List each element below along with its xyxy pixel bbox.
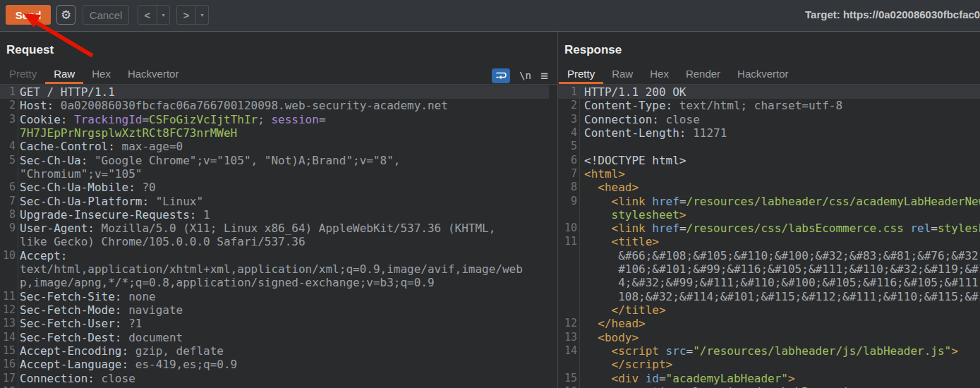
request-editor[interactable]: 1GET / HTTP/1.12Host: 0a020086030fbcfac0… <box>0 85 549 388</box>
line-number: 13 <box>558 331 577 344</box>
line-text: User-Agent: Mozilla/5.0 (X11; Linux x86_… <box>16 222 495 235</box>
line-number: 6 <box>558 154 577 167</box>
editor-row: 17Connection: close <box>0 372 549 385</box>
line-number: 5 <box>558 140 577 153</box>
editor-row: 3Connection: close <box>558 113 980 126</box>
tab-raw[interactable]: Raw <box>603 65 641 84</box>
line-number <box>558 208 577 222</box>
line-number: 6 <box>0 181 16 194</box>
target-url-label: Target: https://0a020086030fbcfac06a7667… <box>805 8 980 20</box>
tab-render[interactable]: Render <box>677 65 729 84</box>
gear-icon: ⚙ <box>61 8 71 22</box>
toolbar: Send ⚙ Cancel < ▾ > ▾ Target: https://0a… <box>0 0 980 32</box>
line-number: 18 <box>0 385 16 388</box>
line-number: 8 <box>558 181 577 194</box>
line-text: Sec-Ch-Ua-Mobile: ?0 <box>16 181 156 194</box>
editor-row: 7Sec-Ch-Ua-Platform: "Linux" <box>0 195 549 208</box>
tab-hex[interactable]: Hex <box>641 65 677 84</box>
editor-row: 10Accept: <box>0 249 549 262</box>
editor-row: 18 <box>0 385 549 388</box>
editor-row: text/html,application/xhtml+xml,applicat… <box>0 262 549 276</box>
line-text: <head> <box>577 181 639 194</box>
line-text: "Chromium";v="105" <box>16 167 142 181</box>
gutter-separator <box>579 85 580 388</box>
line-number <box>558 249 577 262</box>
line-text: <link href=/resources/css/labsEcommerce.… <box>577 222 980 235</box>
back-dropdown-icon[interactable]: ▾ <box>157 6 169 24</box>
settings-gear-button[interactable]: ⚙ <box>56 5 75 25</box>
line-text: Sec-Fetch-Mode: navigate <box>16 303 183 317</box>
line-text: </script> <box>577 358 672 371</box>
line-number: 5 <box>0 154 16 167</box>
editor-row: 14Sec-Fetch-Dest: document <box>0 331 549 344</box>
line-text: <body> <box>577 331 639 344</box>
editor-row: p,image/apng,*/*;q=0.8,application/signe… <box>0 276 549 289</box>
line-number: 1 <box>558 85 577 99</box>
gutter-separator <box>18 85 18 388</box>
line-text: Accept-Language: es-419,es;q=0.9 <box>16 358 237 371</box>
line-text: Accept: <box>16 249 67 262</box>
request-panel: Request PrettyRawHexHackvertor \n ≡ 1GET… <box>0 32 557 388</box>
editor-row: #106;&#101;&#99;&#116;&#105;&#111;&#110;… <box>558 262 980 276</box>
line-text: Sec-Fetch-User: ?1 <box>16 317 142 330</box>
request-panel-title: Request <box>6 43 54 57</box>
line-text: <link href=/resources/labheader/css/acad… <box>577 195 980 208</box>
line-number: 15 <box>558 372 577 385</box>
send-button[interactable]: Send <box>6 5 51 25</box>
line-number <box>0 262 16 276</box>
line-text: p,image/apng,*/*;q=0.8,application/signe… <box>16 276 435 289</box>
editor-row: 16Accept-Language: es-419,es;q=0.9 <box>0 358 549 371</box>
line-number <box>558 290 577 303</box>
wrap-text-icon <box>495 71 507 80</box>
tab-raw[interactable]: Raw <box>45 65 83 84</box>
line-number: 3 <box>0 113 16 126</box>
line-text: Sec-Ch-Ua: "Google Chrome";v="105", "Not… <box>16 154 400 167</box>
line-number: 11 <box>0 290 16 303</box>
soft-wrap-toggle-button[interactable] <box>492 68 510 83</box>
editor-row: 11Sec-Fetch-Site: none <box>0 290 549 303</box>
editor-menu-icon[interactable]: ≡ <box>540 69 548 83</box>
tab-pretty[interactable]: Pretty <box>559 65 603 84</box>
line-number: 9 <box>0 222 16 235</box>
editor-row: </title> <box>558 303 980 317</box>
line-text: 4;&#32;&#99;&#111;&#110;&#100;&#105;&#11… <box>577 276 980 289</box>
tab-hackvertor[interactable]: Hackvertor <box>729 65 797 84</box>
editor-row: 5 <box>558 140 980 153</box>
tab-hackvertor[interactable]: Hackvertor <box>119 65 188 84</box>
line-text: <title> <box>577 235 659 248</box>
cancel-button[interactable]: Cancel <box>83 5 129 25</box>
show-newlines-toggle[interactable]: \n <box>519 70 531 81</box>
forward-dropdown-icon[interactable]: ▾ <box>195 6 208 24</box>
editor-row: 12 </head> <box>558 317 980 330</box>
line-number <box>0 276 16 289</box>
back-history-button[interactable]: < ▾ <box>138 5 170 25</box>
line-number: 14 <box>558 344 577 358</box>
request-editor-icons: \n ≡ <box>492 67 548 84</box>
line-number: 4 <box>0 140 16 153</box>
tab-hex[interactable]: Hex <box>83 65 119 84</box>
response-panel: Response PrettyRawHexRenderHackvertor 1H… <box>557 32 980 388</box>
line-text: stylesheet> <box>577 208 686 222</box>
line-text: like Gecko) Chrome/105.0.0.0 Safari/537.… <box>16 235 306 248</box>
line-number <box>0 167 16 181</box>
tab-pretty[interactable]: Pretty <box>1 65 45 84</box>
response-editor[interactable]: 1HTTP/1.1 200 OK2Content-Type: text/html… <box>558 85 980 388</box>
line-number: 13 <box>0 317 16 330</box>
line-number <box>558 276 577 289</box>
line-number: 7 <box>558 167 577 181</box>
response-tabbar: PrettyRawHexRenderHackvertor <box>558 65 980 85</box>
editor-row: 7H7JEpPrNrgsplwXztRCt8FC73nrMWeH <box>0 126 549 140</box>
line-text: #106;&#101;&#99;&#116;&#105;&#111;&#110;… <box>577 262 980 276</box>
forward-arrow-icon[interactable]: > <box>177 6 195 24</box>
editor-row: like Gecko) Chrome/105.0.0.0 Safari/537.… <box>0 235 549 248</box>
back-arrow-icon[interactable]: < <box>138 6 157 24</box>
response-panel-title: Response <box>564 43 622 57</box>
editor-row: 108;&#32;&#114;&#101;&#115;&#112;&#111;&… <box>558 290 980 303</box>
forward-history-button[interactable]: > ▾ <box>176 5 209 25</box>
line-text: Cookie: TrackingId=CSFoGizVcIjtThIr; ses… <box>16 113 326 126</box>
line-text: Connection: close <box>16 372 135 385</box>
editor-row: 8Upgrade-Insecure-Requests: 1 <box>0 208 549 222</box>
editor-row: 7<html> <box>558 167 980 181</box>
editor-row: 12Sec-Fetch-Mode: navigate <box>0 303 549 317</box>
editor-row: 9User-Agent: Mozilla/5.0 (X11; Linux x86… <box>0 222 549 235</box>
